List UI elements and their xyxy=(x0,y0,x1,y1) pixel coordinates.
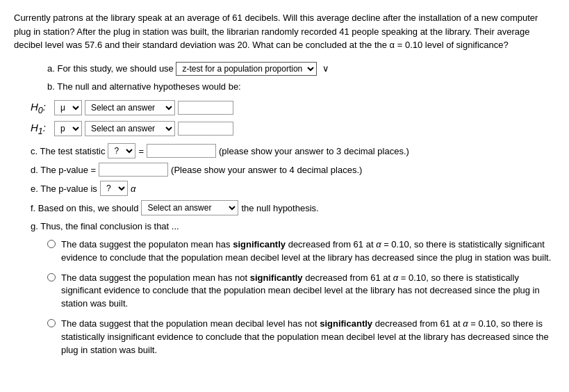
part-g-label: g. Thus, the final conclusion is that ..… xyxy=(31,221,179,231)
radio-1[interactable] xyxy=(47,240,56,248)
part-c-note: (please show your answer to 3 decimal pl… xyxy=(219,146,409,156)
part-a-label: a. For this study, we should use xyxy=(47,63,174,74)
test-stat-type-select[interactable]: ? z t xyxy=(108,143,135,158)
h0-label: H0: xyxy=(31,101,51,115)
conclusion-option-1[interactable]: The data suggest the populaton mean has … xyxy=(47,238,555,265)
equals-sign: = xyxy=(138,146,144,156)
part-b-label: b. The null and alternative hypotheses w… xyxy=(47,81,241,92)
pvalue-comparison-select[interactable]: ? > < = xyxy=(100,181,128,196)
h0-symbol-select[interactable]: μ p xyxy=(54,100,82,115)
radio-2[interactable] xyxy=(47,273,56,281)
alpha-symbol: α xyxy=(131,183,135,194)
radio-3[interactable] xyxy=(47,319,56,327)
conclusion-text-1: The data suggest the populaton mean has … xyxy=(61,238,555,265)
part-d-note: (Please show your answer to 4 decimal pl… xyxy=(171,165,362,175)
part-c-label: c. The test statistic xyxy=(31,146,105,156)
part-e-label: e. The p-value is xyxy=(31,183,97,194)
conclusion-text-3: The data suggest that the population mea… xyxy=(61,318,555,357)
test-stat-input[interactable] xyxy=(147,144,216,158)
pvalue-input[interactable] xyxy=(99,163,168,177)
h0-value-input[interactable] xyxy=(178,101,233,115)
conclusion-text-2: The data suggest the population mean has… xyxy=(61,272,555,311)
h1-answer-select[interactable]: Select an answer = ≠ < > ≤ ≥ xyxy=(85,121,175,136)
part-a-select[interactable]: z-test for a population proportion t-tes… xyxy=(176,62,317,76)
hypothesis-decision-select[interactable]: Select an answer reject fail to reject xyxy=(141,200,238,215)
h1-value-input[interactable] xyxy=(178,122,233,136)
part-f-label: f. Based on this, we should xyxy=(31,203,138,213)
h0-answer-select[interactable]: Select an answer = ≠ < > ≤ ≥ xyxy=(85,100,175,115)
part-d-label: d. The p-value = xyxy=(31,165,96,175)
conclusion-option-3[interactable]: The data suggest that the population mea… xyxy=(47,318,555,357)
part-f-suffix: the null hypothesis. xyxy=(241,203,318,213)
h1-symbol-select[interactable]: p μ xyxy=(54,121,82,136)
conclusion-option-2[interactable]: The data suggest the population mean has… xyxy=(47,272,555,311)
h1-label: H1: xyxy=(31,122,51,136)
problem-text: Currently patrons at the library speak a… xyxy=(14,11,555,52)
